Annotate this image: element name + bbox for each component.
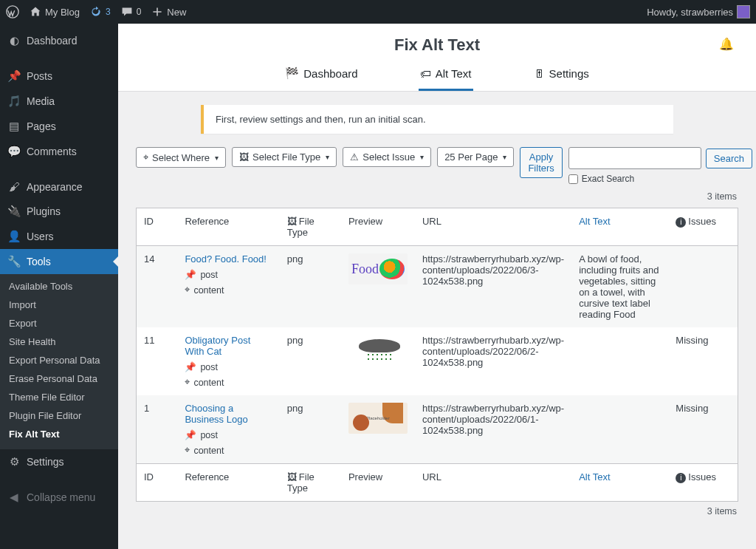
sub-import[interactable]: Import [0,296,118,314]
chevron-down-icon: ▾ [420,153,424,161]
search-input[interactable] [568,147,701,169]
sliders-icon: 🎚 [534,67,545,80]
sidebar-item-plugins[interactable]: 🔌Plugins [0,199,118,224]
image-icon: 🖼 [287,471,297,482]
bell-icon[interactable]: 🔔 [719,37,734,51]
ref-location: content [193,378,224,388]
items-count-top: 3 items [137,191,737,202]
sidebar-item-comments[interactable]: 💬Comments [0,139,118,164]
sidebar-item-appearance[interactable]: 🖌Appearance [0,174,118,199]
filter-filetype[interactable]: 🖼Select File Type▾ [232,147,337,167]
sub-erase-personal[interactable]: Erase Personal Data [0,369,118,388]
filter-perpage[interactable]: 25 Per Page▾ [437,147,514,167]
sidebar-item-media[interactable]: 🎵Media [0,89,118,114]
admin-bar: My Blog 3 0 New Howdy, strawberries [0,0,756,24]
col-id-f[interactable]: ID [137,464,178,502]
reference-link[interactable]: Food? Food. Food! [185,253,272,265]
tabs: 🏁Dashboard 🏷Alt Text 🎚Settings [118,59,756,92]
filter-where[interactable]: ⌖Select Where▾ [136,147,226,168]
cell-preview [341,246,415,328]
wordpress-icon [6,5,19,18]
sub-theme-editor[interactable]: Theme File Editor [0,388,118,406]
alert-icon: ⚠ [350,151,359,163]
sidebar-item-dashboard[interactable]: ◐Dashboard [0,28,118,53]
apply-filters-button[interactable]: Apply Filters [520,147,562,178]
updates-link[interactable]: 3 [90,6,111,18]
page-header: Fix Alt Text 🔔 [118,24,756,59]
col-filetype-f[interactable]: 🖼File Type [280,464,341,502]
exact-search-row[interactable]: Exact Search [568,174,634,184]
cell-alt [571,327,668,395]
cell-id: 1 [137,395,178,464]
col-reference-f[interactable]: Reference [177,464,279,502]
tab-settings[interactable]: 🎚Settings [532,59,591,91]
filter-issue[interactable]: ⚠Select Issue▾ [343,147,431,167]
comment-icon [121,6,133,18]
col-url-f[interactable]: URL [415,464,571,502]
exact-search-checkbox[interactable] [568,174,578,184]
items-count-bottom: 3 items [137,506,737,516]
home-icon [30,6,41,18]
wp-logo[interactable] [6,5,19,18]
sidebar-item-tools[interactable]: 🔧Tools [0,249,118,274]
sub-site-health[interactable]: Site Health [0,333,118,351]
thumbnail[interactable] [348,335,408,366]
col-reference[interactable]: Reference [177,208,279,246]
cell-issue [668,246,738,328]
ref-location: content [193,285,224,296]
marker-icon: ⌖ [185,445,190,456]
col-issues[interactable]: iIssues [668,208,738,246]
reference-link[interactable]: Choosing a Business Logo [185,403,272,425]
plus-icon [151,6,163,18]
sidebar-item-settings[interactable]: ⚙Settings [0,449,118,474]
sub-fix-alt-text[interactable]: Fix Alt Text [0,425,118,443]
info-icon: i [676,217,686,228]
col-filetype[interactable]: 🖼File Type [280,208,341,246]
sub-export-personal[interactable]: Export Personal Data [0,351,118,369]
pin-icon: 📌 [7,69,21,83]
table-row: 14 Food? Food. Food! 📌post ⌖content png … [137,246,738,328]
new-label: New [167,7,186,18]
ref-location: content [193,446,224,456]
search-button[interactable]: Search [706,149,752,168]
sidebar-item-pages[interactable]: ▤Pages [0,114,118,139]
marker-icon: ⌖ [143,151,148,163]
cell-reference: Obligatory Post With Cat 📌post ⌖content [177,327,279,395]
site-name: My Blog [45,7,80,18]
col-issues-f[interactable]: iIssues [668,464,738,502]
plugin-icon: 🔌 [7,205,21,218]
sidebar-item-users[interactable]: 👤Users [0,224,118,249]
sub-export[interactable]: Export [0,314,118,333]
admin-sidebar: ◐Dashboard 📌Posts 🎵Media ▤Pages 💬Comment… [0,24,118,549]
col-preview-f: Preview [341,464,415,502]
thumbnail[interactable]: Placeholder [348,403,408,434]
collapse-menu[interactable]: ◀Collapse menu [0,485,118,510]
col-id[interactable]: ID [137,208,178,246]
sub-plugin-editor[interactable]: Plugin File Editor [0,406,118,425]
pin-icon: 📌 [185,269,196,280]
col-url[interactable]: URL [415,208,571,246]
cell-filetype: png [280,327,341,395]
sidebar-item-posts[interactable]: 📌Posts [0,64,118,89]
col-alt[interactable]: Alt Text [571,208,668,246]
marker-icon: ⌖ [185,377,190,388]
tab-alt-text[interactable]: 🏷Alt Text [419,59,473,91]
site-link[interactable]: My Blog [30,6,80,18]
comments-count: 0 [137,7,142,17]
thumbnail[interactable] [348,253,408,284]
cell-reference: Choosing a Business Logo 📌post ⌖content [177,395,279,464]
ref-type: post [200,430,218,440]
col-alt-f[interactable]: Alt Text [571,464,668,502]
my-account[interactable]: Howdy, strawberries [647,5,750,18]
new-link[interactable]: New [151,6,186,18]
image-icon: 🖼 [239,151,249,163]
reference-link[interactable]: Obligatory Post With Cat [185,335,272,357]
comments-link[interactable]: 0 [121,6,142,18]
cell-id: 14 [137,246,178,328]
exact-search-label: Exact Search [582,174,634,184]
tools-submenu: Available Tools Import Export Site Healt… [0,274,118,449]
sub-available-tools[interactable]: Available Tools [0,277,118,296]
tab-dashboard[interactable]: 🏁Dashboard [284,59,359,91]
results-table: ID Reference 🖼File Type Preview URL Alt … [136,208,738,502]
info-icon: i [676,473,686,483]
